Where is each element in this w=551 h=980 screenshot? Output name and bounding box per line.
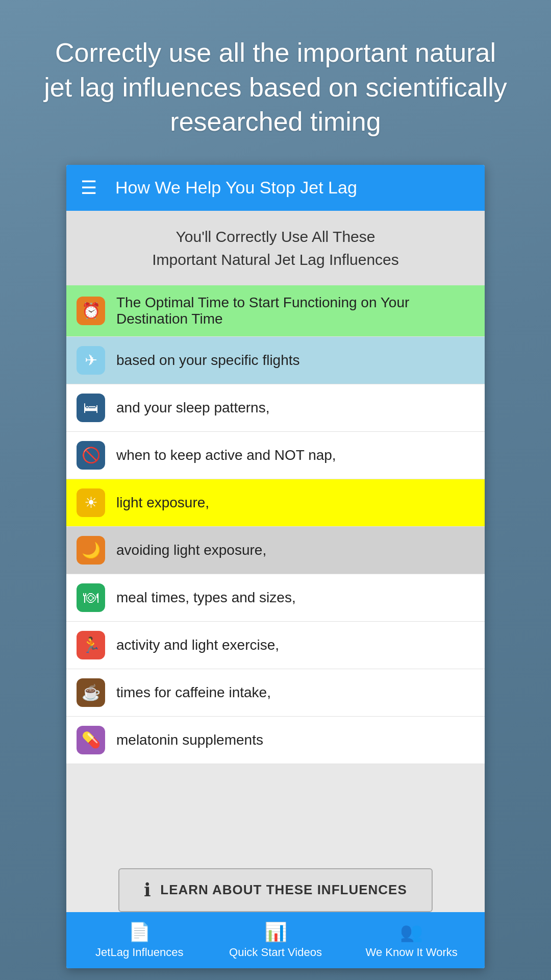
influence-text-3: when to keep active and NOT nap, (116, 447, 336, 463)
subtitle-section: You'll Correctly Use All These Important… (66, 211, 485, 285)
influence-row: 🚫when to keep active and NOT nap, (66, 432, 485, 479)
influence-icon-7: 🏃 (77, 631, 105, 659)
influence-text-6: meal times, types and sizes, (116, 590, 296, 606)
jetlag-influences-icon: 📄 (128, 921, 151, 943)
influence-row: 🏃activity and light exercise, (66, 622, 485, 669)
influence-row: ☀light exposure, (66, 479, 485, 527)
toolbar-title: How We Help You Stop Jet Lag (115, 178, 357, 198)
quick-start-icon: 📊 (264, 921, 287, 943)
content-spacer (66, 764, 485, 856)
info-icon: ℹ (144, 879, 151, 901)
influence-icon-2: 🛏 (77, 394, 105, 422)
influence-icon-4: ☀ (77, 488, 105, 517)
influence-icon-9: 💊 (77, 726, 105, 754)
influence-text-4: light exposure, (116, 495, 209, 511)
influence-row: 🌙avoiding light exposure, (66, 527, 485, 574)
influences-list: ⏰The Optimal Time to Start Functioning o… (66, 285, 485, 764)
influence-text-2: and your sleep patterns, (116, 400, 269, 416)
subtitle-line2: Important Natural Jet Lag Influences (77, 248, 474, 271)
bottom-navigation: 📄 JetLag Influences 📊 Quick Start Videos… (66, 912, 485, 968)
influence-text-0: The Optimal Time to Start Functioning on… (116, 295, 474, 327)
menu-icon[interactable]: ☰ (81, 177, 97, 199)
learn-influences-button[interactable]: ℹ LEARN ABOUT THESE INFLUENCES (118, 868, 433, 912)
influence-text-8: times for caffeine intake, (116, 684, 271, 701)
influence-icon-8: ☕ (77, 678, 105, 707)
quick-start-label: Quick Start Videos (229, 946, 322, 959)
learn-button-section: ℹ LEARN ABOUT THESE INFLUENCES (66, 856, 485, 912)
influence-text-9: melatonin supplements (116, 732, 263, 748)
app-toolbar: ☰ How We Help You Stop Jet Lag (66, 165, 485, 211)
nav-we-know[interactable]: 👥 We Know It Works (343, 921, 480, 959)
we-know-icon: 👥 (400, 921, 423, 943)
app-container: ☰ How We Help You Stop Jet Lag You'll Co… (66, 165, 485, 968)
jetlag-influences-label: JetLag Influences (95, 946, 183, 959)
influence-icon-6: 🍽 (77, 583, 105, 612)
influence-text-7: activity and light exercise, (116, 637, 279, 653)
footer: StopJetLag.com 🌍 ✈️ (0, 968, 551, 980)
influence-row: 🛏and your sleep patterns, (66, 384, 485, 432)
influence-row: ⏰The Optimal Time to Start Functioning o… (66, 285, 485, 337)
nav-quick-start[interactable]: 📊 Quick Start Videos (208, 921, 344, 959)
influence-text-5: avoiding light exposure, (116, 542, 266, 558)
influence-icon-0: ⏰ (77, 297, 105, 325)
subtitle-line1: You'll Correctly Use All These (77, 225, 474, 248)
influence-icon-5: 🌙 (77, 536, 105, 565)
influence-row: 💊melatonin supplements (66, 717, 485, 764)
influence-icon-1: ✈ (77, 346, 105, 375)
nav-jetlag-influences[interactable]: 📄 JetLag Influences (71, 921, 208, 959)
learn-button-label: LEARN ABOUT THESE INFLUENCES (160, 882, 407, 898)
influence-row: 🍽meal times, types and sizes, (66, 574, 485, 622)
header-title: Correctly use all the important natural … (44, 38, 507, 136)
influence-text-1: based on your specific flights (116, 352, 300, 369)
influence-row: ☕times for caffeine intake, (66, 669, 485, 717)
influence-row: ✈based on your specific flights (66, 337, 485, 384)
page-header: Correctly use all the important natural … (0, 0, 551, 165)
we-know-label: We Know It Works (366, 946, 458, 959)
influence-icon-3: 🚫 (77, 441, 105, 470)
